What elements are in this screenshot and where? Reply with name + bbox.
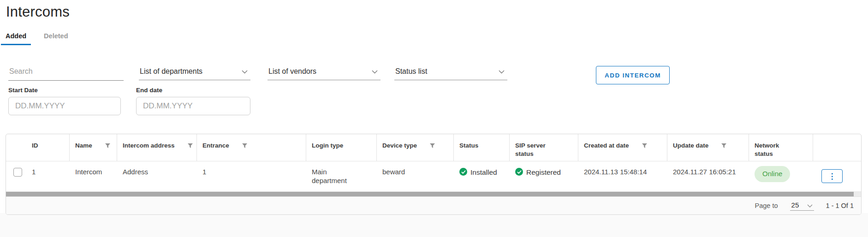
column-header-name: Name xyxy=(70,134,117,161)
column-header-login-type: Login type xyxy=(306,134,377,161)
column-header-sip-server-status: SIP server status xyxy=(510,134,578,161)
cell-entrance-value: 1 xyxy=(202,168,206,177)
check-circle-icon xyxy=(459,168,467,176)
page-background-strip xyxy=(0,213,868,237)
active-tab-indicator xyxy=(1,44,31,45)
cell-id-value: 1 xyxy=(32,168,36,177)
cell-created-at-date: 2024.11.13 15:48:14 xyxy=(578,161,667,191)
cell-intercom-address-value: Address xyxy=(123,168,148,177)
filter-icon[interactable] xyxy=(105,142,110,151)
cell-name-value: Intercom xyxy=(75,168,102,177)
filter-icon[interactable] xyxy=(188,142,193,151)
cell-update-date: 2024.11.27 16:05:21 xyxy=(667,161,749,191)
cell-id: 1 xyxy=(26,161,70,191)
page-size-select[interactable]: 25 xyxy=(790,201,814,211)
column-header-id-label: ID xyxy=(32,142,38,150)
cell-device-type: beward xyxy=(377,161,454,191)
table-header: ID Name Intercom address Entrance xyxy=(6,134,861,161)
pagination-bar: Page to 25 1 - 1 Of 1 xyxy=(6,196,861,214)
intercoms-table: ID Name Intercom address Entrance xyxy=(6,134,862,215)
column-header-sip-server-status-label: SIP server status xyxy=(515,142,552,158)
cell-actions: ⋮ xyxy=(813,161,861,191)
cell-checkbox xyxy=(6,161,26,191)
header-checkbox-spacer xyxy=(6,134,26,161)
vendors-select-value: List of vendors xyxy=(268,67,316,76)
departments-select-value: List of departments xyxy=(140,67,202,76)
column-header-created-at-date: Created at date xyxy=(578,134,667,161)
row-menu-button[interactable]: ⋮ xyxy=(821,169,843,183)
column-header-intercom-address-label: Intercom address xyxy=(123,142,175,150)
column-header-update-date-label: Update date xyxy=(673,142,708,150)
departments-select[interactable]: List of departments xyxy=(139,63,250,80)
cell-status: Installed xyxy=(454,161,510,191)
intercoms-page: Intercoms Added Deleted List of departme… xyxy=(0,0,868,237)
column-header-name-label: Name xyxy=(75,142,92,150)
column-header-network-status-label: Network status xyxy=(755,142,787,158)
cell-name: Intercom xyxy=(70,161,117,191)
cell-update-date-value: 2024.11.27 16:05:21 xyxy=(673,168,736,177)
cell-entrance: 1 xyxy=(197,161,306,191)
page-size-value: 25 xyxy=(791,201,799,209)
tab-added[interactable]: Added xyxy=(1,30,31,45)
vendors-select[interactable]: List of vendors xyxy=(268,63,380,80)
column-header-login-type-label: Login type xyxy=(312,142,343,150)
check-circle-icon xyxy=(515,168,523,176)
tab-added-label: Added xyxy=(6,32,26,40)
page-title: Intercoms xyxy=(6,4,70,20)
column-header-device-type-label: Device type xyxy=(382,142,417,150)
end-date-label: End date xyxy=(136,87,250,94)
scrollbar-thumb[interactable] xyxy=(6,192,854,196)
start-date-input[interactable] xyxy=(8,97,121,115)
horizontal-scrollbar[interactable] xyxy=(6,191,861,196)
cell-status-value: Installed xyxy=(470,168,497,177)
status-select-value: Status list xyxy=(395,67,427,76)
filter-icon[interactable] xyxy=(242,142,247,151)
search-input[interactable] xyxy=(8,63,124,81)
cell-sip-server-status-value: Registered xyxy=(526,168,561,177)
network-status-badge: Online xyxy=(755,166,790,182)
column-header-entrance-label: Entrance xyxy=(202,142,229,150)
add-intercom-button[interactable]: ADD INTERCOM xyxy=(596,66,670,84)
column-header-device-type: Device type xyxy=(377,134,454,161)
end-date-field: End date xyxy=(136,87,250,115)
tab-deleted-label: Deleted xyxy=(44,32,68,40)
filter-icon[interactable] xyxy=(642,142,647,151)
cell-login-type: Main department xyxy=(306,161,377,191)
start-date-field: Start Date xyxy=(8,87,121,115)
column-header-status-label: Status xyxy=(459,142,478,150)
filter-icon[interactable] xyxy=(721,142,726,151)
cell-created-at-date-value: 2024.11.13 15:48:14 xyxy=(584,168,647,177)
table-row: 1 Intercom Address 1 Main department bew… xyxy=(6,161,861,191)
cell-network-status: Online xyxy=(749,161,813,191)
cell-login-type-value: Main department xyxy=(312,168,354,185)
tab-deleted[interactable]: Deleted xyxy=(39,30,72,45)
start-date-label: Start Date xyxy=(8,87,121,94)
cell-sip-server-status: Registered xyxy=(510,161,578,191)
column-header-created-at-date-label: Created at date xyxy=(584,142,629,150)
header-actions-spacer xyxy=(813,134,861,161)
column-header-intercom-address: Intercom address xyxy=(117,134,197,161)
column-header-status: Status xyxy=(454,134,510,161)
cell-intercom-address: Address xyxy=(117,161,197,191)
page-to-label: Page to xyxy=(755,202,778,209)
pagination-range: 1 - 1 Of 1 xyxy=(826,202,854,209)
row-checkbox[interactable] xyxy=(13,168,22,177)
column-header-id: ID xyxy=(26,134,70,161)
chevron-down-icon xyxy=(242,67,248,76)
column-header-network-status: Network status xyxy=(749,134,813,161)
chevron-down-icon xyxy=(499,67,505,76)
filter-icon[interactable] xyxy=(430,142,435,151)
status-select[interactable]: Status list xyxy=(394,63,507,80)
chevron-down-icon xyxy=(807,201,813,209)
end-date-input[interactable] xyxy=(136,97,250,115)
chevron-down-icon xyxy=(372,67,378,76)
kebab-menu-icon: ⋮ xyxy=(828,172,836,180)
tabs: Added Deleted xyxy=(1,30,73,45)
cell-device-type-value: beward xyxy=(382,168,405,177)
column-header-update-date: Update date xyxy=(667,134,749,161)
column-header-entrance: Entrance xyxy=(197,134,306,161)
